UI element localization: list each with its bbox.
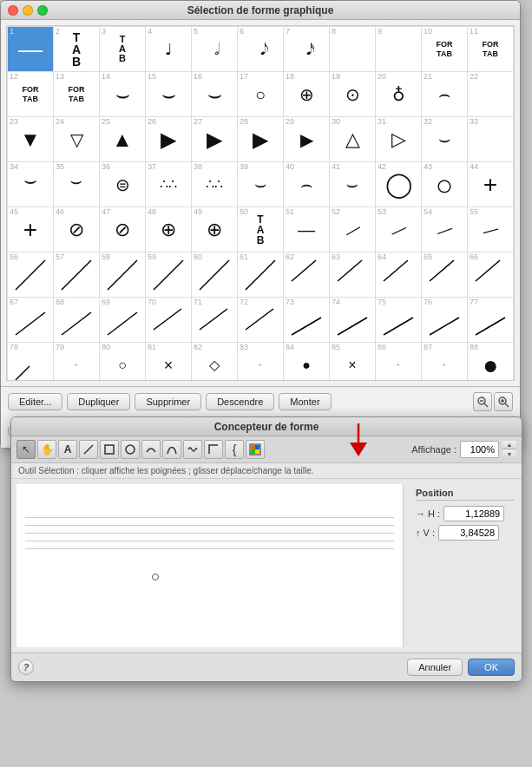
table-row[interactable]: 65 (422, 252, 468, 298)
spinner-up-btn[interactable]: ▲ (502, 441, 516, 449)
table-row[interactable]: 36 ⊜ (100, 162, 146, 207)
table-row[interactable]: 74 (330, 298, 376, 343)
table-row[interactable]: 56 (8, 252, 54, 298)
delete-button[interactable]: Supprimer (135, 393, 201, 410)
table-row[interactable]: 49 ⊕ (192, 207, 238, 252)
table-row[interactable]: 80 ○ (100, 343, 146, 382)
table-row[interactable]: 35 ⌢ (54, 162, 100, 207)
table-row[interactable]: 9 (376, 27, 422, 72)
zoom-out-button[interactable] (473, 392, 492, 411)
designer-annuler-button[interactable]: Annuler (407, 659, 463, 676)
h-input[interactable] (443, 506, 504, 521)
table-row[interactable]: 33 (468, 117, 514, 162)
table-row[interactable]: 34 ⌢ (8, 162, 54, 207)
table-row[interactable]: 24 ▽ (54, 117, 100, 162)
table-row[interactable]: 46 ⊘ (54, 207, 100, 252)
table-row[interactable]: 15 ⌣ (146, 72, 192, 117)
table-row[interactable]: 55 — (468, 207, 514, 252)
table-row[interactable]: 87 · (422, 343, 468, 382)
table-row[interactable]: 67 (8, 298, 54, 343)
table-row[interactable]: 62 (284, 252, 330, 298)
bezier-tool-btn[interactable] (162, 440, 181, 459)
display-input[interactable] (460, 441, 499, 458)
table-row[interactable]: 51 — (284, 207, 330, 252)
table-row[interactable]: 39 ⌣ (238, 162, 284, 207)
table-row[interactable]: 20 ♁ (376, 72, 422, 117)
table-row[interactable]: 38 ∴∴ (192, 162, 238, 207)
shape-tool-btn[interactable]: { (225, 440, 244, 459)
table-row[interactable]: 79 · (54, 343, 100, 382)
wave-tool-btn[interactable] (183, 440, 202, 459)
table-row[interactable]: 70 (146, 298, 192, 343)
table-row[interactable]: 64 (376, 252, 422, 298)
table-row[interactable]: 17 ○ (238, 72, 284, 117)
select-tool-btn[interactable]: ↖ (16, 440, 36, 459)
ascend-button[interactable]: Monter (279, 393, 331, 410)
rect-tool-btn[interactable] (100, 440, 119, 459)
text-tool-btn[interactable]: A (58, 440, 77, 459)
spinner-down-btn[interactable]: ▼ (502, 449, 516, 458)
table-row[interactable]: 71 (192, 298, 238, 343)
table-row[interactable]: 22 (468, 72, 514, 117)
table-row[interactable]: 81 × (146, 343, 192, 382)
table-row[interactable]: 75 (376, 298, 422, 343)
table-row[interactable]: 76 (422, 298, 468, 343)
table-row[interactable]: 41 ⌣ (330, 162, 376, 207)
close-btn[interactable] (8, 5, 18, 16)
line-tool-btn[interactable] (79, 440, 98, 459)
table-row[interactable]: 43 ○ (422, 162, 468, 207)
table-row[interactable]: 82 ◇ (192, 343, 238, 382)
table-row[interactable]: 12 FORTAB (8, 72, 54, 117)
table-row[interactable]: 19 ⊙ (330, 72, 376, 117)
oval-tool-btn[interactable] (121, 440, 140, 459)
table-row[interactable]: 61 (238, 252, 284, 298)
table-row[interactable]: 28 ▶ (238, 117, 284, 162)
table-row[interactable]: 52 — (330, 207, 376, 252)
table-row[interactable]: 5 𝅗𝅥 (192, 27, 238, 72)
table-row[interactable]: 54 — (422, 207, 468, 252)
table-row[interactable]: 73 (284, 298, 330, 343)
table-row[interactable]: 84 ● (284, 343, 330, 382)
table-row[interactable]: 18 ⊕ (284, 72, 330, 117)
table-row[interactable]: 27 ▶ (192, 117, 238, 162)
table-row[interactable]: 10 FORTAB (422, 27, 468, 72)
table-row[interactable]: 32 ⌣ (422, 117, 468, 162)
table-row[interactable]: 45 + (8, 207, 54, 252)
table-row[interactable]: 3 TAB (100, 27, 146, 72)
table-row[interactable]: 8 (330, 27, 376, 72)
table-row[interactable]: 30 △ (330, 117, 376, 162)
table-row[interactable]: 50 TAB (238, 207, 284, 252)
table-row[interactable]: 60 (192, 252, 238, 298)
table-row[interactable]: 16 ⌣ (192, 72, 238, 117)
min-btn[interactable] (23, 5, 33, 16)
table-row[interactable]: 72 (238, 298, 284, 343)
zoom-in-button[interactable] (494, 392, 513, 411)
descend-button[interactable]: Descendre (206, 393, 274, 410)
v-input[interactable] (438, 525, 499, 541)
table-row[interactable]: 59 (146, 252, 192, 298)
table-row[interactable]: 42 ◯ (376, 162, 422, 207)
drawing-canvas[interactable] (16, 484, 404, 647)
table-row[interactable]: 68 (54, 298, 100, 343)
table-row[interactable]: 63 (330, 252, 376, 298)
edit-button[interactable]: Editer... (8, 393, 62, 410)
table-row[interactable]: 23 ▼ (8, 117, 54, 162)
hand-tool-btn[interactable]: ✋ (37, 440, 56, 459)
duplicate-button[interactable]: Dupliquer (67, 393, 130, 410)
table-row[interactable]: 4 ♩ (146, 27, 192, 72)
table-row[interactable]: 31 ▷ (376, 117, 422, 162)
color-tool-btn[interactable] (246, 440, 265, 459)
designer-help-icon[interactable]: ? (18, 659, 34, 675)
table-row[interactable]: 78 (8, 343, 54, 382)
table-row[interactable]: 69 (100, 298, 146, 343)
table-row[interactable]: 48 ⊕ (146, 207, 192, 252)
corner-tool-btn[interactable] (204, 440, 223, 459)
table-row[interactable]: 86 · (376, 343, 422, 382)
table-row[interactable]: 88 ● (468, 343, 514, 382)
table-row[interactable]: 58 (100, 252, 146, 298)
table-row[interactable]: 13 FORTAB (54, 72, 100, 117)
table-row[interactable]: 77 (468, 298, 514, 343)
max-btn[interactable] (37, 5, 48, 16)
table-row[interactable]: 44 + (468, 162, 514, 207)
table-row[interactable]: 25 ▲ (100, 117, 146, 162)
